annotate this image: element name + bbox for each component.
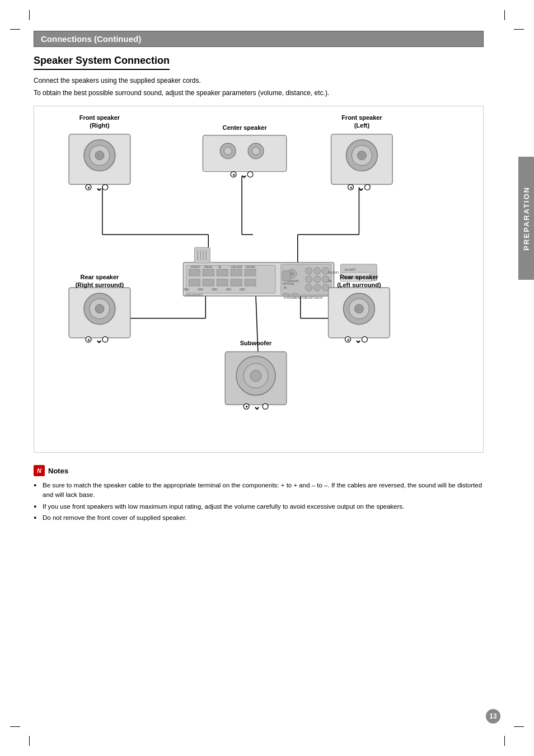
svg-text:+: +	[87, 185, 90, 191]
svg-text:REAR: REAR	[204, 265, 212, 269]
svg-rect-92	[292, 293, 298, 297]
svg-text:(8Ω): (8Ω)	[198, 288, 203, 291]
svg-text:(8Ω): (8Ω)	[212, 288, 217, 291]
svg-text:Rear speaker: Rear speaker	[81, 274, 120, 280]
svg-rect-26	[203, 135, 287, 172]
svg-point-39	[357, 151, 366, 160]
svg-text:(Left): (Left)	[354, 122, 370, 129]
svg-rect-91	[284, 293, 289, 297]
notes-header: N Notes	[34, 465, 484, 476]
svg-point-103	[102, 337, 108, 342]
svg-rect-48	[189, 269, 200, 276]
svg-point-119	[250, 370, 261, 381]
svg-rect-125	[194, 247, 210, 263]
section-title: Connections (Continued)	[41, 34, 141, 44]
svg-text:IN: IN	[329, 279, 332, 283]
svg-text:+: +	[349, 185, 352, 191]
page-title: Speaker System Connection	[34, 55, 170, 70]
svg-text:⌄: ⌄	[354, 335, 362, 345]
notes-title: Notes	[48, 467, 68, 475]
svg-rect-55	[217, 279, 228, 286]
svg-point-30	[252, 147, 260, 155]
svg-text:⌄: ⌄	[240, 170, 247, 180]
notes-section: N Notes Be sure to match the speaker cab…	[34, 465, 484, 523]
svg-text:Center speaker: Center speaker	[223, 124, 268, 131]
section-header: Connections (Continued)	[34, 31, 484, 47]
svg-rect-50	[217, 269, 228, 276]
note-item-2: If you use front speakers with low maxim…	[34, 502, 484, 511]
svg-text:CENTER: CENTER	[231, 265, 242, 269]
svg-text:+: +	[87, 337, 90, 343]
svg-point-43	[364, 185, 370, 190]
svg-rect-49	[203, 269, 214, 276]
svg-text:AUDIO: AUDIO	[329, 271, 339, 274]
svg-text:SCART: SCART	[345, 268, 356, 271]
svg-rect-52	[245, 269, 256, 276]
svg-text:IN: IN	[284, 286, 287, 289]
svg-rect-53	[189, 279, 200, 286]
svg-text:(Right surround): (Right surround)	[76, 281, 124, 288]
svg-text:(Right): (Right)	[90, 122, 110, 129]
svg-text:Front speaker: Front speaker	[79, 114, 120, 121]
svg-point-79	[314, 284, 321, 291]
svg-text:Subwoofer: Subwoofer	[240, 340, 272, 346]
svg-text:SPEAKERS: SPEAKERS	[185, 293, 203, 297]
svg-text:(Left surround): (Left surround)	[337, 281, 381, 288]
svg-rect-57	[245, 279, 256, 286]
svg-text:⌄: ⌄	[95, 183, 102, 192]
svg-point-113	[362, 337, 367, 342]
svg-rect-51	[231, 269, 242, 276]
main-content: Connections (Continued) Speaker System C…	[34, 31, 484, 523]
svg-rect-93	[283, 271, 291, 281]
svg-point-34	[247, 172, 253, 177]
intro-text-1: Connect the speakers using the supplied …	[34, 76, 484, 86]
svg-point-78	[306, 284, 312, 291]
diagram-svg: + ⌄ Front speaker (Right) + ⌄ Center spe…	[34, 106, 483, 452]
svg-point-28	[224, 147, 232, 155]
svg-point-99	[95, 304, 104, 313]
svg-point-72	[306, 267, 312, 274]
svg-text:FRONT: FRONT	[246, 265, 255, 269]
svg-point-19	[95, 151, 104, 160]
page-number: 13	[486, 709, 500, 724]
svg-text:COMPONENT: COMPONENT	[305, 296, 323, 299]
svg-point-109	[354, 304, 363, 313]
svg-point-75	[306, 276, 312, 283]
svg-text:Rear speaker: Rear speaker	[340, 274, 379, 280]
notes-icon: N	[34, 465, 45, 476]
svg-rect-56	[231, 279, 242, 286]
note-item-1: Be sure to match the speaker cable to th…	[34, 481, 484, 500]
svg-point-23	[102, 185, 108, 190]
svg-text:+: +	[245, 404, 248, 410]
speaker-diagram: + ⌄ Front speaker (Right) + ⌄ Center spe…	[34, 106, 484, 453]
svg-text:(8Ω): (8Ω)	[184, 288, 189, 291]
svg-text:(4Ω): (4Ω)	[226, 288, 231, 291]
svg-text:(8Ω): (8Ω)	[240, 288, 245, 291]
svg-text:⌄: ⌄	[253, 402, 260, 411]
svg-text:Front speaker: Front speaker	[341, 114, 382, 121]
svg-point-80	[322, 284, 329, 291]
svg-point-123	[263, 403, 268, 409]
svg-text:FRONT: FRONT	[190, 265, 200, 269]
side-tab-label: PREPARATION	[522, 186, 531, 251]
svg-text:OPTICAL: OPTICAL	[283, 282, 294, 285]
svg-text:⌄: ⌄	[95, 335, 102, 345]
svg-text:W: W	[218, 265, 221, 269]
note-item-3: Do not remove the front cover of supplie…	[34, 513, 484, 523]
svg-text:+: +	[346, 337, 349, 343]
svg-text:+: +	[232, 172, 235, 178]
svg-point-73	[314, 267, 321, 274]
svg-rect-54	[203, 279, 214, 286]
intro-text-2: To obtain the best possible surround sou…	[34, 88, 484, 98]
svg-point-76	[314, 276, 321, 283]
svg-text:⌄: ⌄	[357, 183, 364, 192]
preparation-tab: PREPARATION	[518, 157, 534, 280]
